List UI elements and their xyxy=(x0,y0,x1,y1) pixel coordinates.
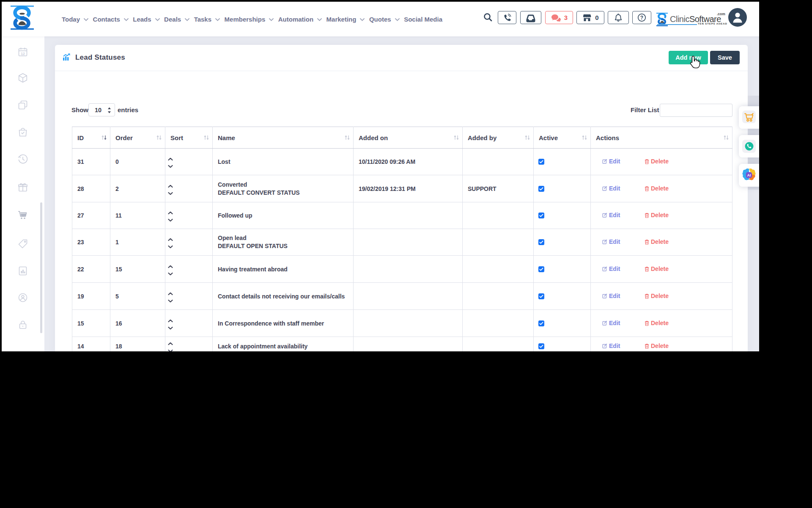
svg-text:AI: AI xyxy=(747,173,751,177)
svg-text:?: ? xyxy=(640,15,643,21)
svg-text:12: 12 xyxy=(21,52,25,56)
